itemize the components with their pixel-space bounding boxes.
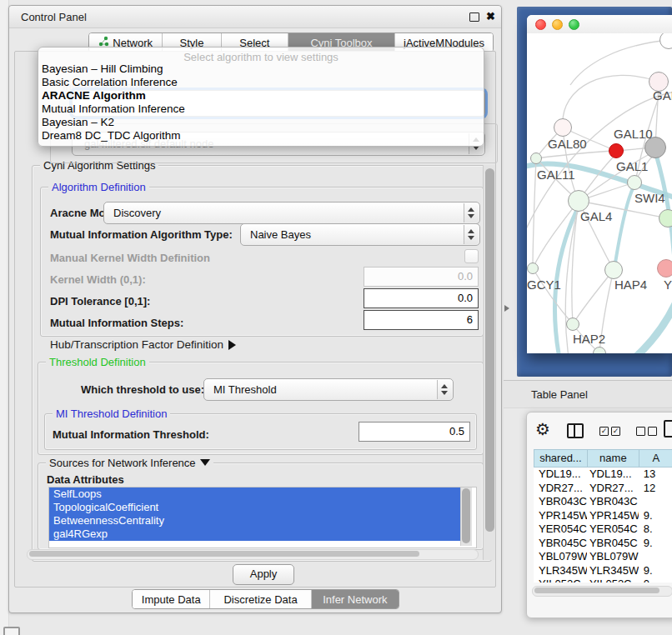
algorithm-option[interactable]: Dream8 DC_TDC Algorithm bbox=[42, 129, 480, 142]
table-cell: YPR145W bbox=[587, 509, 639, 523]
column-layout-icon[interactable] bbox=[567, 423, 584, 438]
which-threshold-label: Which threshold to use: bbox=[81, 383, 204, 396]
table-header-row: shared...nameA bbox=[534, 449, 672, 468]
settings-vertical-scrollbar[interactable] bbox=[483, 165, 495, 560]
sources-title[interactable]: Sources for Network Inference bbox=[46, 458, 213, 468]
table-cell: YIL052C bbox=[534, 578, 587, 582]
aracne-mode-value: Discovery bbox=[113, 207, 161, 219]
float-window-icon[interactable] bbox=[469, 12, 479, 22]
network-window: GALGAL80GAL10GAL11GAL1SWI4GAL4GCY1HAP4YH… bbox=[527, 15, 672, 353]
aracne-mode-combobox[interactable]: Discovery bbox=[103, 202, 480, 224]
panel-splitter-arrow-icon[interactable] bbox=[504, 305, 509, 312]
manual-kernel-width-label: Manual Kernel Width Definition bbox=[50, 252, 210, 264]
network-window-titlebar[interactable] bbox=[527, 15, 672, 34]
minimized-panel-icon[interactable] bbox=[3, 627, 20, 635]
application-window: Control Panel ✖ NetworkStyleSelectCyni T… bbox=[0, 0, 672, 635]
table-body: YDL19...YDL19...13YDR27...YDR27...12YBR0… bbox=[534, 468, 672, 582]
collapse-down-icon[interactable] bbox=[200, 459, 210, 466]
combo-stepper-icon[interactable] bbox=[464, 203, 479, 222]
control-panel: Control Panel ✖ NetworkStyleSelectCyni T… bbox=[8, 5, 502, 613]
table-row[interactable]: YBL079WYBL079W bbox=[534, 550, 672, 564]
column-header-1[interactable]: shared... bbox=[534, 449, 587, 468]
hscroll-thumb[interactable] bbox=[29, 551, 419, 557]
table-panel-header: Table Panel bbox=[504, 380, 672, 408]
mac-minimize-button[interactable] bbox=[552, 19, 563, 30]
bottom-tab-discretize-data[interactable]: Discretize Data bbox=[210, 590, 311, 608]
vscroll-thumb[interactable] bbox=[485, 168, 494, 532]
table-cell: YBL079W bbox=[534, 550, 587, 564]
table-cell: 13 bbox=[639, 468, 672, 482]
list-vertical-scrollbar[interactable] bbox=[460, 488, 472, 546]
table-hscroll-thumb[interactable] bbox=[534, 588, 659, 593]
deselect-all-icon[interactable] bbox=[636, 427, 659, 439]
node-label: HAP2 bbox=[573, 332, 605, 346]
network-node[interactable] bbox=[657, 259, 672, 278]
attribute-item[interactable]: BetweennessCentrality bbox=[49, 514, 463, 528]
file-icon[interactable] bbox=[664, 420, 672, 438]
table-row[interactable]: YIL052CYIL052C0. bbox=[534, 578, 672, 582]
attribute-item[interactable]: gal4RGexp bbox=[49, 528, 463, 541]
algorithm-option[interactable]: Mutual Information Inference bbox=[42, 102, 480, 116]
network-node[interactable] bbox=[530, 152, 542, 164]
column-header-2[interactable]: name bbox=[587, 449, 639, 468]
network-node[interactable] bbox=[527, 262, 539, 274]
network-node[interactable] bbox=[566, 318, 579, 331]
node-label: Y bbox=[664, 278, 672, 292]
network-node[interactable] bbox=[659, 209, 672, 228]
dpi-tolerance-field[interactable]: 0.0 bbox=[364, 288, 479, 308]
table-row[interactable]: YLR345WYLR345W9. bbox=[534, 564, 672, 578]
table-row[interactable]: YDL19...YDL19...13 bbox=[534, 468, 672, 482]
table-cell: YIL052C bbox=[587, 578, 639, 582]
sources-title-text: Sources for Network Inference bbox=[49, 457, 196, 469]
kernel-width-label: Kernel Width (0,1): bbox=[50, 273, 146, 286]
column-header-3[interactable]: A bbox=[639, 449, 672, 468]
which-threshold-combobox[interactable]: MI Threshold bbox=[203, 378, 454, 401]
kernel-width-field[interactable]: 0.0 bbox=[364, 267, 479, 287]
algorithm-option[interactable]: ARACNE Algorithm bbox=[42, 89, 480, 102]
table-row[interactable]: YER054CYER054C8. bbox=[534, 522, 672, 537]
mac-close-button[interactable] bbox=[535, 19, 546, 30]
network-node[interactable] bbox=[604, 261, 623, 279]
data-attributes-list[interactable]: SelfLoopsTopologicalCoefficientBetweenne… bbox=[48, 487, 477, 548]
node-label: GAL4 bbox=[580, 209, 612, 223]
table-horizontal-scrollbar[interactable] bbox=[532, 586, 672, 597]
node-label: SWI4 bbox=[634, 191, 665, 205]
attribute-item[interactable]: SelfLoops bbox=[49, 488, 463, 501]
node-label: HAP4 bbox=[614, 278, 647, 292]
algorithm-option[interactable]: Bayesian – Hill Climbing bbox=[42, 62, 480, 76]
combo-stepper-icon[interactable] bbox=[437, 380, 452, 399]
manual-kernel-width-checkbox[interactable] bbox=[464, 249, 479, 263]
mi-algorithm-type-label: Mutual Information Algorithm Type: bbox=[50, 228, 233, 241]
algorithm-option[interactable]: Bayesian – K2 bbox=[42, 116, 480, 129]
table-row[interactable]: YBR043CYBR043C bbox=[534, 495, 672, 509]
mi-threshold-field[interactable]: 0.5 bbox=[359, 422, 470, 442]
network-canvas[interactable]: GALGAL80GAL10GAL11GAL1SWI4GAL4GCY1HAP4YH… bbox=[527, 33, 672, 353]
network-node[interactable] bbox=[554, 118, 572, 137]
combo-stepper-icon[interactable] bbox=[464, 225, 479, 244]
bottom-tab-infer-network[interactable]: Infer Network bbox=[312, 590, 399, 608]
settings-gear-icon[interactable]: ⚙ bbox=[535, 419, 550, 439]
select-all-icon[interactable]: ✓✓ bbox=[599, 427, 623, 439]
algorithm-option[interactable]: Basic Correlation Inference bbox=[42, 76, 480, 89]
node-label: GAL1 bbox=[616, 159, 648, 173]
mi-algorithm-type-combobox[interactable]: Naive Bayes bbox=[240, 223, 480, 246]
table-row[interactable]: YPR145WYPR145W9. bbox=[534, 509, 672, 523]
network-node[interactable] bbox=[609, 143, 624, 158]
mi-steps-field[interactable]: 6 bbox=[364, 310, 479, 330]
network-node[interactable] bbox=[627, 175, 642, 190]
table-cell: YPR145W bbox=[534, 509, 587, 523]
node-label: GAL80 bbox=[548, 137, 587, 151]
list-scroll-thumb[interactable] bbox=[462, 488, 470, 543]
attribute-item[interactable]: TopologicalCoefficient bbox=[49, 501, 463, 514]
table-cell bbox=[639, 550, 672, 564]
table-row[interactable]: YBR045CYBR045C9. bbox=[534, 537, 672, 551]
hub-factor-section[interactable]: Hub/Transcription Factor Definition bbox=[50, 338, 236, 351]
table-cell bbox=[639, 495, 672, 509]
table-row[interactable]: YDR27...YDR27...12 bbox=[534, 482, 672, 496]
expand-right-icon[interactable] bbox=[228, 340, 236, 350]
settings-horizontal-scrollbar[interactable] bbox=[27, 549, 479, 560]
close-icon[interactable]: ✖ bbox=[486, 10, 495, 22]
mac-zoom-button[interactable] bbox=[569, 19, 579, 30]
apply-button[interactable]: Apply bbox=[233, 564, 294, 585]
bottom-tab-impute-data[interactable]: Impute Data bbox=[133, 590, 210, 608]
